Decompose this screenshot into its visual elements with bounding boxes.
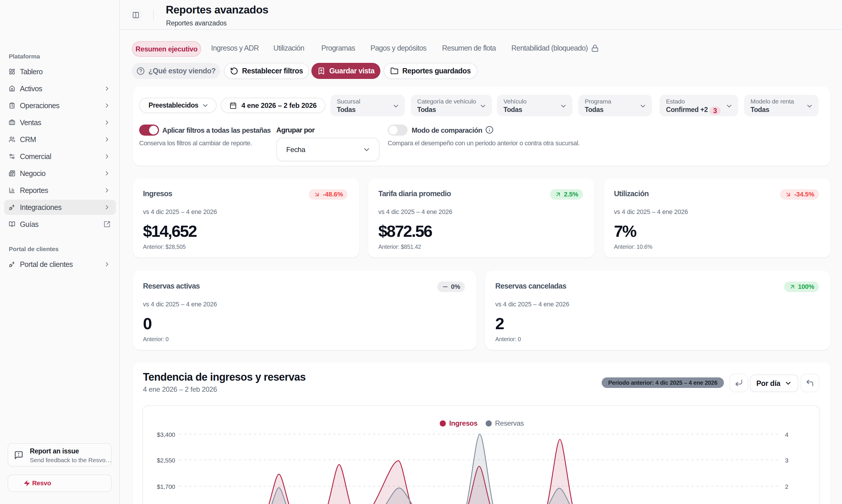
svg-text:4: 4 <box>785 431 788 438</box>
svg-text:$3,400: $3,400 <box>157 431 175 438</box>
svg-text:$2,550: $2,550 <box>157 457 175 464</box>
svg-text:$1,700: $1,700 <box>157 483 175 490</box>
svg-text:2: 2 <box>785 483 788 490</box>
svg-text:3: 3 <box>785 457 788 464</box>
